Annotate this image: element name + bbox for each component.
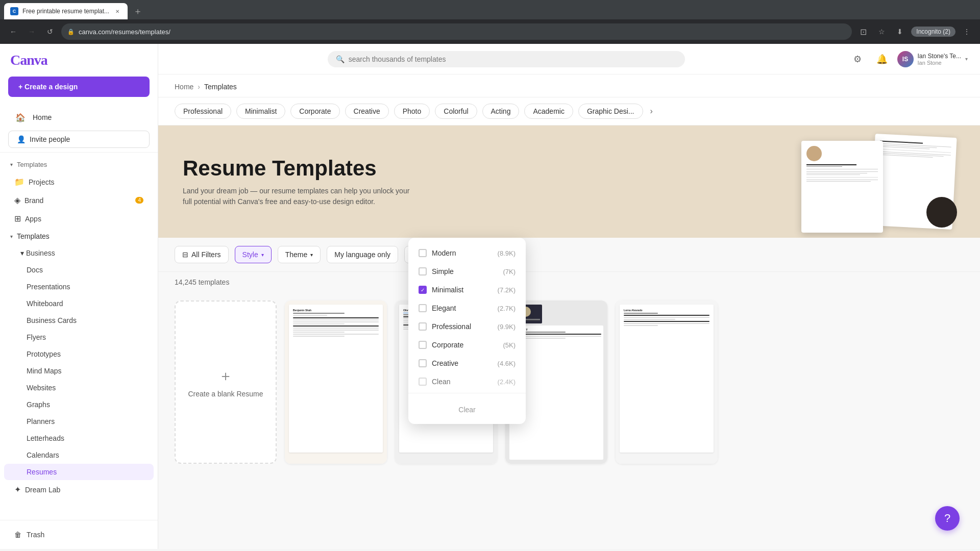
tag-academic[interactable]: Academic	[524, 104, 573, 119]
sidebar-item-home[interactable]: 🏠 Home	[4, 106, 154, 129]
tag-acting[interactable]: Acting	[482, 104, 520, 119]
chevron-down-icon: ▾	[10, 162, 13, 167]
tag-photo[interactable]: Photo	[394, 104, 430, 119]
style-filter-button[interactable]: Style ▾	[235, 246, 272, 263]
card5-name: Lorna Alvarado	[624, 309, 709, 312]
sidebar-item-invite[interactable]: 👤 Invite people	[8, 131, 150, 148]
templates-section-toggle[interactable]: ▾ Templates	[0, 228, 158, 244]
sidebar-item-flyers[interactable]: Flyers	[4, 329, 154, 345]
create-design-button[interactable]: + Create a design	[8, 77, 150, 97]
dropdown-item-modern[interactable]: Modern (8.9K)	[408, 244, 526, 262]
sidebar-item-letterheads[interactable]: Letterheads	[4, 430, 154, 446]
breadcrumb-sep-1: ›	[198, 83, 200, 91]
dropdown-item-clean[interactable]: Clean (2.4K)	[408, 372, 526, 391]
checkbox-corporate[interactable]	[419, 341, 427, 349]
template-card-2[interactable]: Benjamin Shah	[285, 300, 387, 464]
sidebar-item-graphs[interactable]: Graphs	[4, 396, 154, 413]
sidebar-item-business[interactable]: ▾ Business	[4, 245, 154, 261]
professional-count: (9.9K)	[498, 323, 516, 331]
presentations-label: Presentations	[27, 283, 70, 291]
clean-count: (2.4K)	[498, 378, 516, 386]
checkbox-modern[interactable]	[419, 249, 427, 257]
all-filters-button[interactable]: ⊟ All Filters	[175, 246, 229, 263]
all-filters-label: All Filters	[191, 251, 221, 259]
style-label: Style	[242, 251, 258, 259]
sidebar-item-planners[interactable]: Planners	[4, 413, 154, 430]
breadcrumb-home[interactable]: Home	[175, 83, 193, 91]
checkbox-elegant[interactable]	[419, 304, 427, 312]
language-filter-button[interactable]: My language only	[327, 246, 398, 263]
tag-minimalist[interactable]: Minimalist	[236, 104, 285, 119]
search-input[interactable]	[349, 55, 677, 63]
sidebar-item-presentations[interactable]: Presentations	[4, 279, 154, 295]
create-blank-card[interactable]: ＋ Create a blank Resume	[175, 300, 277, 464]
tag-graphic-design[interactable]: Graphic Desi...	[578, 104, 643, 119]
settings-button[interactable]: ⚙	[848, 50, 867, 68]
help-button[interactable]: ?	[935, 506, 960, 531]
chevron-down-icon-2: ▾	[10, 234, 13, 239]
forward-button[interactable]: →	[24, 24, 39, 39]
sidebar-item-projects[interactable]: 📁 Projects	[4, 173, 154, 191]
tag-creative[interactable]: Creative	[345, 104, 389, 119]
templates-section-header[interactable]: ▾ Templates	[0, 157, 158, 172]
hero-description: Land your dream job — our resume templat…	[183, 186, 412, 207]
checkbox-clean[interactable]	[419, 378, 427, 386]
app-layout: Canva + Create a design 🏠 Home 👤 Invite …	[0, 44, 980, 549]
sidebar-item-prototypes[interactable]: Prototypes	[4, 346, 154, 362]
sidebar-item-whiteboard[interactable]: Whiteboard	[4, 295, 154, 312]
active-tab[interactable]: C Free printable resume templat... ✕	[4, 3, 128, 19]
brand-label: Brand	[24, 196, 43, 205]
user-name: Ian Stone's Te...	[918, 53, 961, 60]
clear-button[interactable]: Clear	[419, 402, 516, 418]
dropdown-item-simple[interactable]: Simple (7K)	[408, 262, 526, 281]
sidebar-item-mind-maps[interactable]: Mind Maps	[4, 363, 154, 379]
chevron-down-icon-user: ▾	[965, 56, 968, 62]
trash-item[interactable]: 🗑 Trash	[8, 527, 150, 543]
checkbox-simple[interactable]	[419, 267, 427, 276]
sidebar-item-dream-lab[interactable]: ✦ Dream Lab	[4, 481, 154, 498]
checkbox-creative[interactable]	[419, 359, 427, 367]
dropdown-item-corporate[interactable]: Corporate (5K)	[408, 336, 526, 354]
sidebar-item-calendars[interactable]: Calendars	[4, 447, 154, 463]
reload-button[interactable]: ↺	[43, 24, 57, 39]
bookmark-icon[interactable]: ☆	[874, 24, 889, 39]
notifications-button[interactable]: 🔔	[873, 50, 891, 68]
sidebar-item-apps[interactable]: ⊞ Apps	[4, 210, 154, 228]
back-button[interactable]: ←	[6, 24, 20, 39]
menu-icon[interactable]: ⋮	[960, 24, 974, 39]
address-bar[interactable]: 🔒 canva.com/resumes/templates/	[61, 23, 852, 40]
filter-bar: ⊟ All Filters Style ▾ Theme ▾ My languag…	[158, 238, 980, 272]
tag-corporate[interactable]: Corporate	[290, 104, 339, 119]
sidebar-item-resumes[interactable]: Resumes	[4, 464, 154, 480]
sidebar-item-docs[interactable]: Docs	[4, 262, 154, 278]
templates-section-label: Templates	[17, 232, 50, 240]
dropdown-item-minimalist[interactable]: Minimalist (7.2K)	[408, 281, 526, 299]
mind-maps-label: Mind Maps	[27, 367, 61, 375]
dropdown-item-elegant[interactable]: Elegant (2.7K)	[408, 299, 526, 317]
user-menu[interactable]: IS Ian Stone's Te... Ian Stone ▾	[897, 51, 968, 67]
style-dropdown-panel: Modern (8.9K) Simple (7K) Minimalist (7.…	[408, 238, 526, 424]
dropdown-item-professional[interactable]: Professional (9.9K)	[408, 317, 526, 336]
main-header: Home › Templates	[158, 74, 980, 97]
canva-logo[interactable]: Canva	[10, 52, 148, 68]
theme-filter-button[interactable]: Theme ▾	[278, 246, 321, 263]
sidebar-item-websites[interactable]: Websites	[4, 380, 154, 396]
template-card-5[interactable]: Lorna Alvarado	[616, 300, 718, 464]
sidebar-item-brand[interactable]: ◈ Brand 4	[4, 191, 154, 209]
close-tab-button[interactable]: ✕	[113, 7, 121, 15]
tag-colorful[interactable]: Colorful	[435, 104, 477, 119]
theme-label: Theme	[285, 251, 308, 259]
download-icon[interactable]: ⬇	[893, 24, 907, 39]
sidebar-item-business-cards[interactable]: Business Cards	[4, 312, 154, 329]
cast-icon[interactable]: ⊡	[856, 24, 870, 39]
checkbox-professional[interactable]	[419, 322, 427, 331]
checkbox-minimalist[interactable]	[419, 286, 427, 294]
user-info: Ian Stone's Te... Ian Stone	[918, 53, 961, 66]
incognito-badge[interactable]: Incognito (2)	[911, 27, 955, 37]
new-tab-button[interactable]: ＋	[131, 4, 145, 18]
dropdown-item-creative[interactable]: Creative (4.6K)	[408, 354, 526, 372]
search-bar[interactable]: 🔍	[328, 51, 685, 67]
tag-professional[interactable]: Professional	[175, 104, 231, 119]
tag-more[interactable]: ›	[648, 105, 655, 118]
modern-count: (8.9K)	[498, 249, 516, 257]
